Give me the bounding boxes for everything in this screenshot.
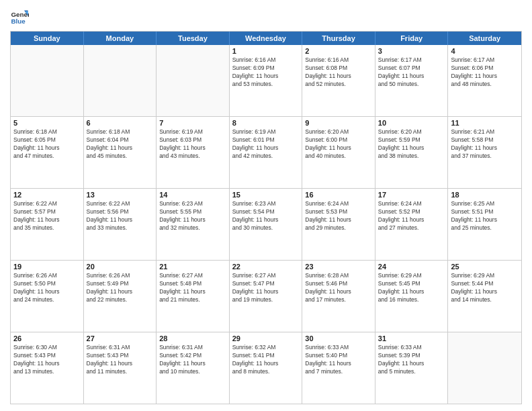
day-number: 12	[13, 191, 81, 199]
calendar-cell: 2Sunrise: 6:16 AM Sunset: 6:08 PM Daylig…	[302, 45, 375, 116]
cell-info: Sunrise: 6:29 AM Sunset: 5:44 PM Dayligh…	[451, 272, 519, 304]
day-number: 3	[378, 47, 445, 55]
cell-info: Sunrise: 6:23 AM Sunset: 5:54 PM Dayligh…	[232, 200, 300, 232]
cell-info: Sunrise: 6:28 AM Sunset: 5:46 PM Dayligh…	[305, 272, 372, 304]
calendar-cell: 28Sunrise: 6:31 AM Sunset: 5:42 PM Dayli…	[157, 332, 230, 404]
cell-info: Sunrise: 6:24 AM Sunset: 5:53 PM Dayligh…	[305, 200, 372, 232]
calendar-cell: 7Sunrise: 6:19 AM Sunset: 6:03 PM Daylig…	[157, 117, 230, 188]
calendar-cell: 12Sunrise: 6:22 AM Sunset: 5:57 PM Dayli…	[11, 189, 84, 260]
cell-info: Sunrise: 6:16 AM Sunset: 6:08 PM Dayligh…	[305, 56, 372, 89]
svg-text:Blue: Blue	[11, 17, 26, 25]
day-number: 17	[378, 191, 445, 199]
calendar-cell: 5Sunrise: 6:18 AM Sunset: 6:05 PM Daylig…	[11, 117, 84, 188]
calendar-cell: 8Sunrise: 6:19 AM Sunset: 6:01 PM Daylig…	[230, 117, 303, 188]
calendar-cell: 11Sunrise: 6:21 AM Sunset: 5:58 PM Dayli…	[448, 117, 521, 188]
day-number: 26	[13, 334, 81, 342]
day-number: 25	[451, 263, 519, 271]
cell-info: Sunrise: 6:19 AM Sunset: 6:03 PM Dayligh…	[159, 128, 226, 161]
weekday-header-tuesday: Tuesday	[157, 32, 230, 45]
calendar-cell: 27Sunrise: 6:31 AM Sunset: 5:43 PM Dayli…	[84, 332, 157, 404]
day-number: 8	[232, 119, 300, 127]
logo: General Blue	[10, 7, 32, 26]
cell-info: Sunrise: 6:31 AM Sunset: 5:43 PM Dayligh…	[87, 344, 154, 376]
calendar-header: SundayMondayTuesdayWednesdayThursdayFrid…	[11, 32, 521, 45]
day-number: 5	[13, 119, 81, 127]
calendar-cell: 3Sunrise: 6:17 AM Sunset: 6:07 PM Daylig…	[375, 45, 449, 116]
calendar-row-3: 19Sunrise: 6:26 AM Sunset: 5:50 PM Dayli…	[11, 261, 521, 332]
cell-info: Sunrise: 6:23 AM Sunset: 5:55 PM Dayligh…	[159, 200, 226, 232]
weekday-header-sunday: Sunday	[11, 32, 84, 45]
day-number: 11	[451, 119, 519, 127]
calendar-cell: 31Sunrise: 6:33 AM Sunset: 5:39 PM Dayli…	[375, 332, 449, 404]
day-number: 6	[87, 119, 154, 127]
calendar-cell	[11, 45, 84, 116]
day-number: 7	[159, 119, 226, 127]
cell-info: Sunrise: 6:17 AM Sunset: 6:06 PM Dayligh…	[451, 56, 519, 89]
calendar-cell	[448, 332, 521, 404]
calendar-cell: 20Sunrise: 6:26 AM Sunset: 5:49 PM Dayli…	[84, 261, 157, 332]
calendar-cell	[157, 45, 230, 116]
cell-info: Sunrise: 6:20 AM Sunset: 5:59 PM Dayligh…	[378, 128, 445, 161]
calendar-cell: 18Sunrise: 6:25 AM Sunset: 5:51 PM Dayli…	[448, 189, 521, 260]
day-number: 14	[159, 191, 226, 199]
day-number: 16	[305, 191, 372, 199]
calendar-cell: 21Sunrise: 6:27 AM Sunset: 5:48 PM Dayli…	[157, 261, 230, 332]
cell-info: Sunrise: 6:18 AM Sunset: 6:05 PM Dayligh…	[13, 128, 81, 161]
day-number: 2	[305, 47, 372, 55]
day-number: 28	[159, 334, 226, 342]
cell-info: Sunrise: 6:25 AM Sunset: 5:51 PM Dayligh…	[451, 200, 519, 232]
calendar: SundayMondayTuesdayWednesdayThursdayFrid…	[10, 31, 522, 404]
weekday-header-saturday: Saturday	[448, 32, 521, 45]
logo-icon: General Blue	[10, 7, 29, 26]
cell-info: Sunrise: 6:33 AM Sunset: 5:40 PM Dayligh…	[305, 344, 372, 376]
calendar-cell: 9Sunrise: 6:20 AM Sunset: 6:00 PM Daylig…	[302, 117, 375, 188]
cell-info: Sunrise: 6:22 AM Sunset: 5:56 PM Dayligh…	[87, 200, 154, 232]
calendar-cell: 22Sunrise: 6:27 AM Sunset: 5:47 PM Dayli…	[230, 261, 303, 332]
calendar-cell: 16Sunrise: 6:24 AM Sunset: 5:53 PM Dayli…	[302, 189, 375, 260]
day-number: 13	[87, 191, 154, 199]
cell-info: Sunrise: 6:29 AM Sunset: 5:45 PM Dayligh…	[378, 272, 445, 304]
calendar-cell: 6Sunrise: 6:18 AM Sunset: 6:04 PM Daylig…	[84, 117, 157, 188]
calendar-cell: 17Sunrise: 6:24 AM Sunset: 5:52 PM Dayli…	[375, 189, 449, 260]
cell-info: Sunrise: 6:17 AM Sunset: 6:07 PM Dayligh…	[378, 56, 445, 89]
weekday-header-wednesday: Wednesday	[230, 32, 303, 45]
weekday-header-thursday: Thursday	[302, 32, 375, 45]
cell-info: Sunrise: 6:26 AM Sunset: 5:50 PM Dayligh…	[13, 272, 81, 304]
calendar-row-4: 26Sunrise: 6:30 AM Sunset: 5:43 PM Dayli…	[11, 332, 521, 404]
cell-info: Sunrise: 6:19 AM Sunset: 6:01 PM Dayligh…	[232, 128, 300, 161]
cell-info: Sunrise: 6:16 AM Sunset: 6:09 PM Dayligh…	[232, 56, 300, 89]
cell-info: Sunrise: 6:22 AM Sunset: 5:57 PM Dayligh…	[13, 200, 81, 232]
cell-info: Sunrise: 6:20 AM Sunset: 6:00 PM Dayligh…	[305, 128, 372, 161]
calendar-cell: 14Sunrise: 6:23 AM Sunset: 5:55 PM Dayli…	[157, 189, 230, 260]
cell-info: Sunrise: 6:31 AM Sunset: 5:42 PM Dayligh…	[159, 344, 226, 376]
day-number: 1	[232, 47, 300, 55]
calendar-cell: 23Sunrise: 6:28 AM Sunset: 5:46 PM Dayli…	[302, 261, 375, 332]
day-number: 19	[13, 263, 81, 271]
calendar-cell: 26Sunrise: 6:30 AM Sunset: 5:43 PM Dayli…	[11, 332, 84, 404]
day-number: 20	[87, 263, 154, 271]
calendar-cell: 30Sunrise: 6:33 AM Sunset: 5:40 PM Dayli…	[302, 332, 375, 404]
calendar-cell	[84, 45, 157, 116]
day-number: 4	[451, 47, 519, 55]
calendar-cell: 29Sunrise: 6:32 AM Sunset: 5:41 PM Dayli…	[230, 332, 303, 404]
day-number: 21	[159, 263, 226, 271]
calendar-cell: 25Sunrise: 6:29 AM Sunset: 5:44 PM Dayli…	[448, 261, 521, 332]
calendar-body: 1Sunrise: 6:16 AM Sunset: 6:09 PM Daylig…	[11, 45, 521, 404]
cell-info: Sunrise: 6:26 AM Sunset: 5:49 PM Dayligh…	[87, 272, 154, 304]
weekday-header-monday: Monday	[84, 32, 157, 45]
cell-info: Sunrise: 6:32 AM Sunset: 5:41 PM Dayligh…	[232, 344, 300, 376]
cell-info: Sunrise: 6:24 AM Sunset: 5:52 PM Dayligh…	[378, 200, 445, 232]
day-number: 24	[378, 263, 445, 271]
calendar-row-2: 12Sunrise: 6:22 AM Sunset: 5:57 PM Dayli…	[11, 189, 521, 261]
day-number: 31	[378, 334, 445, 342]
calendar-cell: 13Sunrise: 6:22 AM Sunset: 5:56 PM Dayli…	[84, 189, 157, 260]
calendar-cell: 15Sunrise: 6:23 AM Sunset: 5:54 PM Dayli…	[230, 189, 303, 260]
calendar-cell: 19Sunrise: 6:26 AM Sunset: 5:50 PM Dayli…	[11, 261, 84, 332]
day-number: 22	[232, 263, 300, 271]
calendar-cell: 10Sunrise: 6:20 AM Sunset: 5:59 PM Dayli…	[375, 117, 449, 188]
day-number: 27	[87, 334, 154, 342]
day-number: 29	[232, 334, 300, 342]
day-number: 15	[232, 191, 300, 199]
calendar-cell: 1Sunrise: 6:16 AM Sunset: 6:09 PM Daylig…	[230, 45, 303, 116]
calendar-cell: 4Sunrise: 6:17 AM Sunset: 6:06 PM Daylig…	[448, 45, 521, 116]
